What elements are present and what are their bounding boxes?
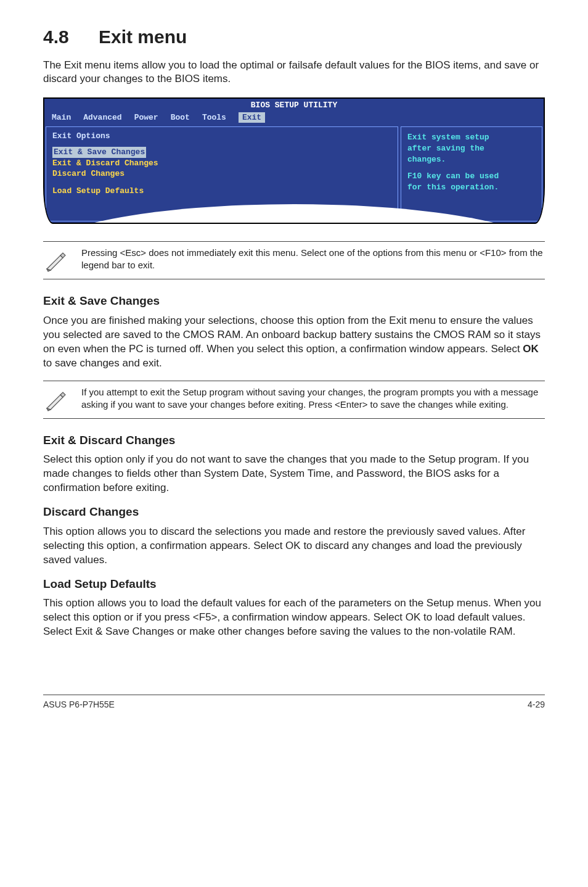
bold-ok: OK bbox=[523, 343, 539, 355]
bios-right-pane: Exit system setup after saving the chang… bbox=[401, 126, 542, 221]
bios-item-exit-discard[interactable]: Exit & Discard Changes bbox=[52, 158, 391, 169]
bios-help-line: Exit system setup bbox=[407, 132, 536, 143]
note-text: If you attempt to exit the Setup program… bbox=[81, 386, 545, 411]
footer-page-number: 4-29 bbox=[528, 699, 545, 711]
bios-tab-boot[interactable]: Boot bbox=[171, 112, 190, 123]
intro-paragraph: The Exit menu items allow you to load th… bbox=[43, 59, 545, 87]
note-box: If you attempt to exit the Setup program… bbox=[43, 381, 545, 419]
page-footer: ASUS P6-P7H55E 4-29 bbox=[43, 695, 545, 711]
bios-help-line: after saving the bbox=[407, 143, 536, 154]
footer-left: ASUS P6-P7H55E bbox=[43, 699, 115, 711]
bios-help-line: changes. bbox=[407, 154, 536, 165]
bios-menu-bar: Main Advanced Power Boot Tools Exit bbox=[44, 111, 544, 126]
pencil-icon bbox=[43, 387, 68, 412]
paragraph-discard: This option allows you to discard the se… bbox=[43, 525, 545, 567]
bios-tab-main[interactable]: Main bbox=[52, 112, 71, 123]
bios-tab-advanced[interactable]: Advanced bbox=[83, 112, 121, 123]
heading-load-defaults: Load Setup Defaults bbox=[43, 576, 545, 592]
pencil-icon bbox=[43, 248, 68, 273]
bios-help-line: for this operation. bbox=[407, 182, 536, 193]
heading-discard: Discard Changes bbox=[43, 504, 545, 520]
bios-body: Exit Options Exit & Save Changes Exit & … bbox=[44, 125, 544, 223]
section-number: 4.8 bbox=[43, 25, 99, 50]
bios-left-heading: Exit Options bbox=[52, 131, 391, 142]
bios-item-discard[interactable]: Discard Changes bbox=[52, 168, 391, 179]
bios-tab-exit[interactable]: Exit bbox=[239, 112, 265, 123]
bios-help-line: F10 key can be used bbox=[407, 171, 536, 182]
note-box: Pressing <Esc> does not immediately exit… bbox=[43, 241, 545, 279]
paragraph-load-defaults: This option allows you to load the defau… bbox=[43, 596, 545, 639]
bios-item-exit-save[interactable]: Exit & Save Changes bbox=[52, 147, 146, 158]
page-title: 4.8Exit menu bbox=[43, 25, 545, 50]
text-run: to save changes and exit. bbox=[43, 357, 162, 369]
note-text: Pressing <Esc> does not immediately exit… bbox=[81, 247, 545, 272]
heading-exit-save: Exit & Save Changes bbox=[43, 293, 545, 309]
bios-screenshot: BIOS SETUP UTILITY Main Advanced Power B… bbox=[43, 97, 545, 224]
section-name: Exit menu bbox=[99, 27, 187, 47]
text-run: Once you are finished making your select… bbox=[43, 315, 541, 355]
bios-tab-power[interactable]: Power bbox=[134, 112, 158, 123]
paragraph-exit-discard: Select this option only if you do not wa… bbox=[43, 453, 545, 495]
paragraph-exit-save: Once you are finished making your select… bbox=[43, 314, 545, 371]
heading-exit-discard: Exit & Discard Changes bbox=[43, 432, 545, 448]
bios-title-bar: BIOS SETUP UTILITY bbox=[44, 99, 544, 111]
bios-left-pane: Exit Options Exit & Save Changes Exit & … bbox=[46, 126, 398, 221]
bios-tab-tools[interactable]: Tools bbox=[202, 112, 226, 123]
bios-item-load-defaults[interactable]: Load Setup Defaults bbox=[52, 186, 391, 197]
